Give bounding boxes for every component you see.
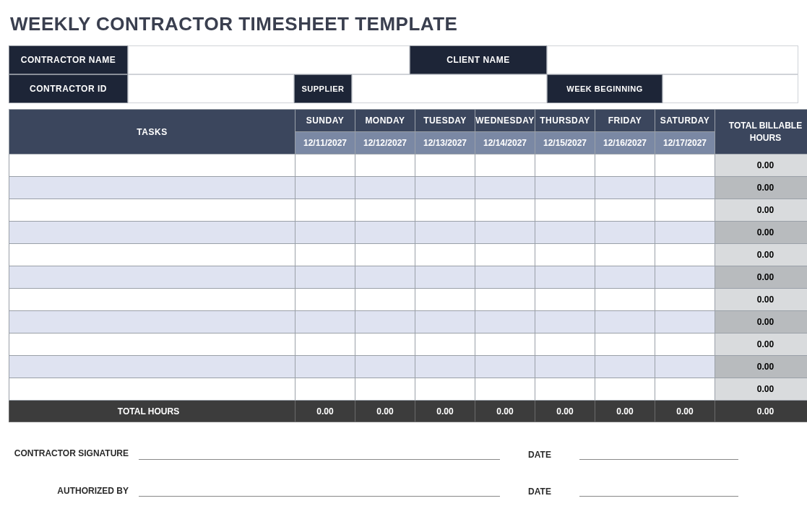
task-cell[interactable]: [9, 199, 295, 222]
hours-cell[interactable]: [415, 289, 475, 311]
hours-cell[interactable]: [535, 154, 595, 177]
hours-cell[interactable]: [655, 222, 715, 244]
hours-cell[interactable]: [595, 154, 655, 177]
task-cell[interactable]: [9, 356, 295, 378]
hours-cell[interactable]: [295, 177, 355, 199]
hours-cell[interactable]: [595, 244, 655, 266]
hours-cell[interactable]: [355, 356, 415, 378]
hours-cell[interactable]: [595, 356, 655, 378]
contractor-id-field[interactable]: [128, 74, 294, 103]
hours-cell[interactable]: [475, 311, 535, 333]
supplier-field[interactable]: [352, 74, 547, 103]
hours-cell[interactable]: [415, 154, 475, 177]
hours-cell[interactable]: [595, 289, 655, 311]
task-cell[interactable]: [9, 177, 295, 199]
hours-cell[interactable]: [535, 378, 595, 401]
hours-cell[interactable]: [475, 154, 535, 177]
hours-cell[interactable]: [535, 244, 595, 266]
hours-cell[interactable]: [655, 378, 715, 401]
hours-cell[interactable]: [295, 154, 355, 177]
hours-cell[interactable]: [295, 222, 355, 244]
client-name-field[interactable]: [547, 45, 798, 74]
hours-cell[interactable]: [535, 177, 595, 199]
hours-cell[interactable]: [355, 222, 415, 244]
hours-cell[interactable]: [355, 311, 415, 333]
task-cell[interactable]: [9, 311, 295, 333]
hours-cell[interactable]: [355, 333, 415, 356]
day-header-3: WEDNESDAY: [475, 110, 535, 132]
hours-cell[interactable]: [655, 199, 715, 222]
hours-cell[interactable]: [475, 244, 535, 266]
hours-cell[interactable]: [355, 289, 415, 311]
hours-cell[interactable]: [415, 333, 475, 356]
hours-cell[interactable]: [295, 199, 355, 222]
hours-cell[interactable]: [655, 154, 715, 177]
hours-cell[interactable]: [295, 356, 355, 378]
hours-cell[interactable]: [295, 266, 355, 289]
hours-cell[interactable]: [355, 266, 415, 289]
hours-cell[interactable]: [295, 378, 355, 401]
hours-cell[interactable]: [595, 333, 655, 356]
hours-cell[interactable]: [355, 378, 415, 401]
hours-cell[interactable]: [295, 333, 355, 356]
hours-cell[interactable]: [415, 311, 475, 333]
authorized-by-date-line[interactable]: [579, 496, 738, 497]
day-total-0: 0.00: [295, 401, 355, 422]
hours-cell[interactable]: [535, 266, 595, 289]
hours-cell[interactable]: [655, 289, 715, 311]
hours-cell[interactable]: [655, 333, 715, 356]
hours-cell[interactable]: [475, 199, 535, 222]
hours-cell[interactable]: [415, 244, 475, 266]
hours-cell[interactable]: [475, 177, 535, 199]
hours-cell[interactable]: [595, 199, 655, 222]
week-beginning-field[interactable]: [663, 74, 798, 103]
hours-cell[interactable]: [535, 311, 595, 333]
hours-cell[interactable]: [595, 177, 655, 199]
task-cell[interactable]: [9, 244, 295, 266]
hours-cell[interactable]: [415, 199, 475, 222]
task-cell[interactable]: [9, 154, 295, 177]
hours-cell[interactable]: [535, 289, 595, 311]
task-cell[interactable]: [9, 289, 295, 311]
hours-cell[interactable]: [655, 356, 715, 378]
hours-cell[interactable]: [355, 154, 415, 177]
hours-cell[interactable]: [415, 222, 475, 244]
hours-cell[interactable]: [475, 222, 535, 244]
contractor-signature-date-line[interactable]: [579, 459, 738, 460]
task-cell[interactable]: [9, 266, 295, 289]
hours-cell[interactable]: [655, 266, 715, 289]
hours-cell[interactable]: [595, 378, 655, 401]
contractor-signature-line[interactable]: [139, 459, 500, 460]
hours-cell[interactable]: [535, 356, 595, 378]
task-cell[interactable]: [9, 222, 295, 244]
hours-cell[interactable]: [475, 289, 535, 311]
hours-cell[interactable]: [415, 177, 475, 199]
hours-cell[interactable]: [355, 177, 415, 199]
hours-cell[interactable]: [415, 266, 475, 289]
hours-cell[interactable]: [535, 199, 595, 222]
hours-cell[interactable]: [475, 356, 535, 378]
hours-cell[interactable]: [415, 356, 475, 378]
hours-cell[interactable]: [475, 378, 535, 401]
hours-cell[interactable]: [295, 289, 355, 311]
task-cell[interactable]: [9, 378, 295, 401]
hours-cell[interactable]: [415, 378, 475, 401]
table-row: 0.00: [9, 177, 808, 199]
hours-cell[interactable]: [475, 333, 535, 356]
hours-cell[interactable]: [535, 222, 595, 244]
hours-cell[interactable]: [655, 311, 715, 333]
hours-cell[interactable]: [595, 222, 655, 244]
hours-cell[interactable]: [595, 311, 655, 333]
hours-cell[interactable]: [355, 244, 415, 266]
contractor-name-field[interactable]: [128, 45, 410, 74]
hours-cell[interactable]: [655, 177, 715, 199]
hours-cell[interactable]: [595, 266, 655, 289]
task-cell[interactable]: [9, 333, 295, 356]
hours-cell[interactable]: [295, 311, 355, 333]
hours-cell[interactable]: [355, 199, 415, 222]
hours-cell[interactable]: [655, 244, 715, 266]
hours-cell[interactable]: [535, 333, 595, 356]
hours-cell[interactable]: [295, 244, 355, 266]
authorized-by-line[interactable]: [139, 496, 500, 497]
hours-cell[interactable]: [475, 266, 535, 289]
